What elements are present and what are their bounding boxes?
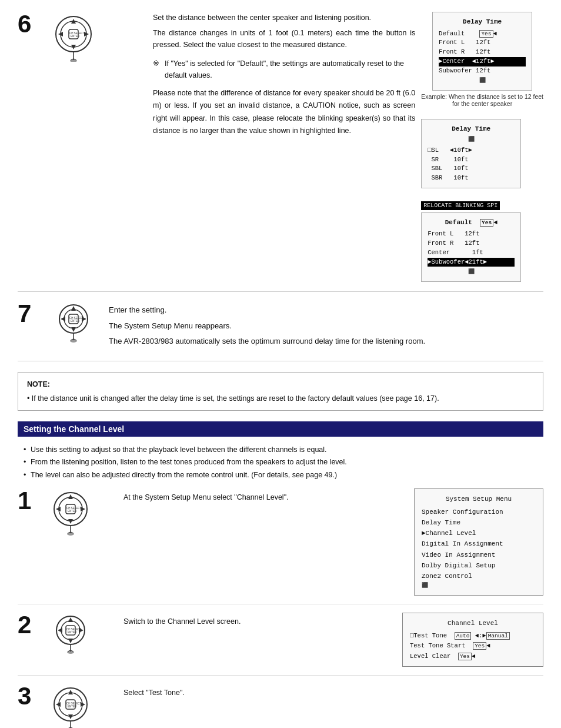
svg-marker-24 xyxy=(68,494,73,499)
step-6-number: 6 xyxy=(18,12,47,36)
ssm-line-1: Delay Time xyxy=(422,517,536,528)
svg-marker-46 xyxy=(68,690,73,694)
svg-marker-14 xyxy=(71,327,76,332)
svg-marker-13 xyxy=(71,306,76,311)
svg-marker-36 xyxy=(68,639,73,643)
ssm-line-5: Dolby Digital Setup xyxy=(422,560,536,571)
svg-point-10 xyxy=(70,59,77,62)
controller-icon: CH SELECT ENTER xyxy=(50,12,97,62)
svg-marker-26 xyxy=(56,507,61,511)
ssm-line-2: ►Channel Level xyxy=(422,528,536,538)
svg-marker-47 xyxy=(68,714,73,719)
ssm-line-0: Speaker Configuration xyxy=(422,507,536,517)
ssm-scrollbar: ⬛ xyxy=(422,581,536,590)
step-7-line-0: Enter the setting. xyxy=(109,304,543,317)
step-7-line-2: The AVR-2803/983 automatically sets the … xyxy=(109,335,543,348)
screen1-title: Delay Time xyxy=(439,17,526,27)
svg-marker-37 xyxy=(58,628,62,633)
note-text: If the distance unit is changed after th… xyxy=(32,394,439,403)
screen1-line-1: Front L 12ft xyxy=(439,38,526,48)
ssm-line-4: Video In Assignment xyxy=(422,550,536,560)
step-7-icon: CH SELECT ENTER xyxy=(47,301,100,343)
screen3-line-3: ►Subwoofer◄21ft► xyxy=(428,258,515,267)
bullet-2: From the listening position, listen to t… xyxy=(24,456,543,468)
ssm-title: System Setup Menu xyxy=(422,494,536,504)
step-6-desc-1: Set the distance between the center spea… xyxy=(153,12,415,24)
step-6-icon: CH SELECT ENTER xyxy=(47,12,100,62)
cls-line-2: Level Clear Yes◄ xyxy=(410,651,536,661)
cl-step-2-right: Switch to the Channel Level screen. Chan… xyxy=(123,613,543,667)
screen2-line-2: SBL 10ft xyxy=(428,164,515,174)
step-7-line-1: The System Setup Menu reappears. xyxy=(109,320,543,333)
note-bullet: • xyxy=(27,394,32,403)
controller-icon-cl1: CH SELECT ENTER xyxy=(49,488,93,537)
cl-step-3-desc: Select "Test Tone". xyxy=(123,684,543,699)
svg-text:ENTER: ENTER xyxy=(71,320,80,323)
cl-step-1-number: 1 xyxy=(18,488,44,513)
ssm-line-3: Digital In Assignment xyxy=(422,538,536,549)
screen3-line-1: Front R 12ft xyxy=(428,239,515,248)
svg-point-32 xyxy=(67,532,74,536)
relocate-label: RELOCATE BLINKING SPI xyxy=(421,201,500,210)
step-6-desc-2: The distance changes in units of 1 foot … xyxy=(153,27,415,51)
screen1-line-0: Default Yes◄ xyxy=(439,29,526,39)
step-7-number: 7 xyxy=(18,301,47,326)
screen2-line-0: □SL ◄10ft► xyxy=(428,146,515,155)
screen1-line-3: ►Center ◄12ft► xyxy=(439,57,526,67)
section-6-content: Set the distance between the center spea… xyxy=(147,12,421,282)
section-6-screens: Delay Time Default Yes◄ Front L 12ft Fro… xyxy=(421,12,543,282)
delay-time-screen-2: Delay Time ⬛ □SL ◄10ft► SR 10ft SBL 10ft… xyxy=(421,119,521,188)
controller-icon-7: CH SELECT ENTER xyxy=(55,301,93,343)
screen3-line-0: Front L 12ft xyxy=(428,230,515,239)
screen2-title: Delay Time xyxy=(428,124,515,134)
controller-icon-cl2: CH SELECT ENTER xyxy=(52,613,90,654)
ssm-line-6: Zone2 Control xyxy=(422,571,536,581)
cl-step-3-icon: CH SELECT ENTER xyxy=(44,684,97,728)
svg-marker-48 xyxy=(56,702,61,707)
cl-step-1-icon: CH SELECT ENTER xyxy=(44,488,97,537)
screen2-line-3: SBR 10ft xyxy=(428,174,515,183)
channel-level-step-1: 1 CH SELECT ENTER At the System Setup Me… xyxy=(18,488,543,604)
svg-text:ENTER: ENTER xyxy=(68,631,77,634)
svg-text:ENTER: ENTER xyxy=(68,705,77,708)
channel-level-heading: Setting the Channel Level xyxy=(18,421,543,437)
screen2-line-1: SR 10ft xyxy=(428,155,515,165)
channel-level-screen: Channel Level □Test Tone Auto ◄:►Manual … xyxy=(402,613,543,667)
delay-time-screen-1: Delay Time Default Yes◄ Front L 12ft Fro… xyxy=(432,12,532,91)
cl-step-2-icon: CH SELECT ENTER xyxy=(44,613,97,654)
cls-title: Channel Level xyxy=(410,618,536,629)
cl-step-3-number: 3 xyxy=(18,684,44,709)
svg-text:ENTER: ENTER xyxy=(71,35,80,38)
cl-step-1-desc: At the System Setup Menu select "Channel… xyxy=(123,488,402,503)
screen1-line-2: Front R 12ft xyxy=(439,48,526,57)
note-box: NOTE: • If the distance unit is changed … xyxy=(18,372,543,411)
bullet-1: Use this setting to adjust so that the p… xyxy=(24,444,543,456)
svg-text:ENTER: ENTER xyxy=(68,510,77,513)
svg-marker-25 xyxy=(68,519,73,524)
svg-point-21 xyxy=(70,339,77,343)
channel-level-bullets: Use this setting to adjust so that the p… xyxy=(18,444,543,481)
svg-marker-35 xyxy=(68,617,73,622)
step-7-content: Enter the setting. The System Setup Menu… xyxy=(109,301,543,351)
relocate-screen: Default Yes◄ Front L 12ft Front R 12ft C… xyxy=(421,212,521,282)
system-setup-menu-screen: System Setup Menu Speaker Configuration … xyxy=(414,488,543,596)
channel-level-step-2: 2 CH SELECT ENTER Switch to the Channel … xyxy=(18,613,543,676)
note-label: NOTE: xyxy=(27,378,534,390)
svg-point-43 xyxy=(67,650,74,654)
screen1-caption: Example: When the distance is set to 12 … xyxy=(421,93,543,107)
channel-level-step-3: 3 CH SELECT ENTER Select "Test Tone". xyxy=(18,684,543,728)
bullet-3: The level can also be adjusted directly … xyxy=(24,469,543,481)
section-6: 6 CH SELECT ENTER xyxy=(18,12,543,292)
cls-line-1: Test Tone Start Yes◄ xyxy=(410,641,536,651)
svg-marker-15 xyxy=(61,317,65,321)
cl-step-2-desc: Switch to the Channel Level screen. xyxy=(123,613,390,627)
cls-line-0: □Test Tone Auto ◄:►Manual xyxy=(410,631,536,641)
section-7: 7 CH SELECT ENTER Enter the setting. The… xyxy=(18,301,543,361)
cl-step-1-right: At the System Setup Menu select "Channel… xyxy=(123,488,543,596)
step-6-note-asterisk: If "Yes" is selected for "Default", the … xyxy=(153,58,415,81)
screen3-line-2: Center 1ft xyxy=(428,248,515,258)
cl-step-2-number: 2 xyxy=(18,613,44,637)
screen3-title: Default Yes◄ xyxy=(428,218,515,228)
screen1-line-4: Subwoofer 12ft xyxy=(439,67,526,76)
step-6-caution-text: Please note that the difference of dista… xyxy=(153,87,415,137)
